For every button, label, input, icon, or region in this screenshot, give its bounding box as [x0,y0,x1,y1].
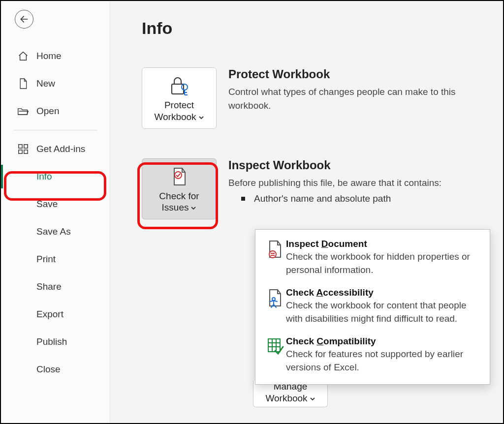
bullet-icon [241,197,245,201]
sidebar-item-get-addins[interactable]: Get Add-ins [1,135,110,163]
sidebar-item-label: Open [36,106,59,117]
sidebar-item-info[interactable]: Info [1,163,110,190]
menu-item-title: Check Accessibility [286,287,482,298]
menu-check-accessibility[interactable]: Check Accessibility Check the workbook f… [255,282,490,331]
check-for-issues-button[interactable]: Check for Issues [142,158,217,220]
home-icon [17,50,30,62]
svg-rect-1 [19,145,22,148]
inspect-workbook-text: Inspect Workbook Before publishing this … [228,158,485,205]
sidebar-item-label: Info [36,171,52,182]
manage-label-line2: Workbook [265,393,307,403]
inspect-bullet-1: Author's name and absolute path [228,193,485,204]
menu-check-compatibility[interactable]: Check Compatibility Check for features n… [255,331,490,380]
svg-rect-12 [268,339,280,352]
sidebar-item-label: Print [36,254,56,265]
menu-item-title: Check Compatibility [286,336,482,347]
svg-point-7 [175,172,182,179]
sidebar-item-label: Home [36,51,62,61]
svg-rect-3 [19,150,22,153]
svg-point-6 [182,84,188,90]
sidebar-item-label: Save As [36,226,71,237]
sidebar-item-save[interactable]: Save [1,190,110,218]
menu-item-desc: Check for features not supported by earl… [286,348,482,374]
compatibility-icon [264,336,286,374]
sidebar-item-new[interactable]: New [1,70,110,97]
menu-inspect-document[interactable]: Inspect Document Check the workbook for … [255,234,490,282]
arrow-left-icon [19,14,29,24]
page-title: Info [142,19,485,38]
sidebar-item-label: Share [36,281,62,292]
inspect-bullet-text: Author's name and absolute path [254,193,391,204]
protect-desc: Control what types of changes people can… [228,85,485,112]
inspect-title: Inspect Workbook [228,158,485,172]
back-button[interactable] [15,10,33,29]
sidebar-item-label: Save [36,199,58,210]
check-for-issues-menu: Inspect Document Check the workbook for … [255,229,490,385]
manage-workbook-button[interactable]: Manage Workbook [253,381,328,407]
inspect-workbook-row: Check for Issues Inspect Workbook Before… [142,158,485,220]
sidebar-item-close[interactable]: Close [1,356,110,383]
sidebar-item-home[interactable]: Home [1,42,110,70]
sidebar-item-label: Close [36,364,61,375]
check-document-icon [145,166,213,187]
svg-rect-4 [24,150,28,153]
svg-point-8 [269,251,276,258]
sidebar-item-publish[interactable]: Publish [1,328,110,356]
menu-item-title: Inspect Document [286,239,482,249]
chevron-down-icon [310,393,315,405]
svg-rect-2 [24,145,28,148]
sidebar-item-share[interactable]: Share [1,273,110,301]
sidebar-item-label: Export [36,309,63,320]
sidebar-separator [14,130,97,130]
backstage-sidebar: Home New Open Get Add-ins Info Save [1,1,110,423]
check-issues-label: Check for Issues [145,190,213,214]
sidebar-item-print[interactable]: Print [1,245,110,273]
protect-workbook-button[interactable]: Protect Workbook [142,67,217,129]
sidebar-item-label: Get Add-ins [36,144,85,154]
sidebar-item-open[interactable]: Open [1,97,110,125]
accessibility-icon [264,287,286,325]
menu-item-desc: Check the workbook for hidden properties… [286,250,482,276]
addins-icon [17,143,30,155]
inspect-desc: Before publishing this file, be aware th… [228,176,485,190]
app-root: Home New Open Get Add-ins Info Save [0,0,504,424]
chevron-down-icon [190,202,196,214]
protect-lock-icon [145,75,213,96]
sidebar-item-export[interactable]: Export [1,301,110,328]
protect-title: Protect Workbook [228,67,485,81]
sidebar-item-label: New [36,78,55,89]
chevron-down-icon [198,112,204,123]
protect-workbook-text: Protect Workbook Control what types of c… [228,67,485,112]
menu-item-desc: Check the workbook for content that peop… [286,299,482,325]
protect-button-label: Protect Workbook [145,99,213,123]
folder-open-icon [17,105,30,118]
inspect-document-icon [264,239,286,276]
protect-workbook-row: Protect Workbook Protect Workbook Contro… [142,67,485,129]
document-icon [17,77,30,90]
sidebar-item-label: Publish [36,336,67,347]
sidebar-item-save-as[interactable]: Save As [1,218,110,245]
main-panel: Info Protect Workbook Protect [110,1,503,423]
